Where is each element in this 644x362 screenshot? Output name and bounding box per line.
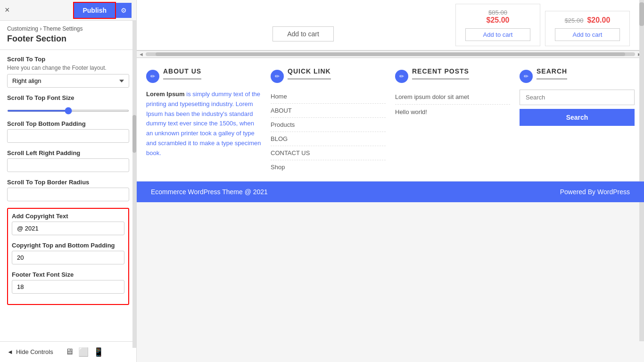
recent-posts-list: Lorem ipsum dolor sit amet Hello world! bbox=[395, 90, 510, 119]
add-copyright-label: Add Copyright Text bbox=[12, 213, 124, 220]
horizontal-scrollbar-area: ◄ ► bbox=[137, 50, 644, 58]
bottom-bar: ◄ Hide Controls 🖥 ⬜ 📱 bbox=[0, 341, 136, 362]
products-area: Add to cart $85.00 $25.00 Add to cart $2… bbox=[137, 0, 644, 50]
font-size-slider-container bbox=[7, 105, 129, 114]
settings-button[interactable]: ⚙ bbox=[116, 3, 132, 18]
footer-preview: ✏ ABOUT US Lorem Ipsum is simply dummy t… bbox=[137, 58, 644, 362]
hide-controls[interactable]: ◄ Hide Controls bbox=[7, 348, 53, 355]
scroll-left-button[interactable]: ◄ bbox=[137, 51, 146, 57]
recent-posts-header: ✏ RECENT POSTS bbox=[395, 67, 510, 85]
footer-search-button[interactable]: Search bbox=[520, 109, 635, 126]
footer-columns: ✏ ABOUT US Lorem Ipsum is simply dummy t… bbox=[137, 58, 644, 181]
footer-search-input[interactable] bbox=[520, 90, 635, 105]
desktop-icon[interactable]: 🖥 bbox=[65, 347, 74, 357]
panel-content: Scroll To Top Here you can change the Fo… bbox=[0, 50, 136, 341]
close-button[interactable]: × bbox=[5, 5, 10, 15]
quick-links-list: Home ABOUT Products BLOG CONTACT US Shop bbox=[271, 90, 386, 174]
quick-link-edit-btn[interactable]: ✏ bbox=[271, 70, 284, 83]
breadcrumb-separator: › bbox=[40, 25, 41, 32]
scroll-to-top-dropdown[interactable]: Right align Left align Center align bbox=[7, 74, 129, 88]
breadcrumb: Customizing › Theme Settings bbox=[0, 21, 136, 33]
footer-quick-link-col: ✏ QUICK LINK Home ABOUT Products BLOG CO… bbox=[271, 67, 386, 174]
top-bar: × Publish ⚙ bbox=[0, 0, 136, 21]
footer-text-font-size-group: Footer Text Font Size bbox=[12, 271, 124, 294]
recent-post-2[interactable]: Hello world! bbox=[395, 105, 510, 119]
copyright-padding-group: Copyright Top and Bottom Padding bbox=[12, 242, 124, 264]
product1-sale-price: $25.00 bbox=[465, 16, 530, 25]
scroll-border-radius-group: Scroll To Top Border Radius bbox=[7, 179, 129, 201]
publish-button[interactable]: Publish bbox=[73, 2, 116, 19]
about-us-edit-btn[interactable]: ✏ bbox=[146, 70, 159, 83]
quick-link-header: ✏ QUICK LINK bbox=[271, 67, 386, 85]
scroll-left-right-padding-group: Scroll Left Right Padding bbox=[7, 149, 129, 172]
copyright-section: Add Copyright Text Copyright Top and Bot… bbox=[7, 208, 129, 305]
about-us-text-bold: Lorem Ipsum bbox=[146, 90, 185, 98]
recent-post-1[interactable]: Lorem ipsum dolor sit amet bbox=[395, 90, 510, 105]
breadcrumb-parent[interactable]: Customizing bbox=[7, 25, 38, 32]
copyright-padding-input[interactable] bbox=[12, 251, 124, 264]
h-scrollbar-thumb bbox=[156, 52, 626, 56]
quick-link-shop[interactable]: Shop bbox=[271, 160, 386, 174]
vertical-scrollbar[interactable] bbox=[639, 0, 644, 341]
scroll-top-bottom-padding-group: Scroll Top Bottom Padding bbox=[7, 120, 129, 143]
tablet-icon[interactable]: ⬜ bbox=[78, 347, 89, 357]
product2-add-to-cart[interactable]: Add to cart bbox=[555, 28, 620, 41]
footer-recent-posts-col: ✏ RECENT POSTS Lorem ipsum dolor sit ame… bbox=[395, 67, 510, 174]
scroll-to-top-label: Scroll To Top bbox=[7, 56, 129, 63]
footer-about-us-col: ✏ ABOUT US Lorem Ipsum is simply dummy t… bbox=[146, 67, 261, 174]
scroll-left-right-padding-input[interactable] bbox=[7, 158, 129, 172]
scroll-top-bottom-padding-input[interactable] bbox=[7, 129, 129, 143]
scroll-top-bottom-padding-label: Scroll Top Bottom Padding bbox=[7, 120, 129, 127]
left-panel: × Publish ⚙ Customizing › Theme Settings… bbox=[0, 0, 137, 362]
quick-link-blog[interactable]: BLOG bbox=[271, 132, 386, 146]
quick-link-title: QUICK LINK bbox=[288, 67, 331, 79]
add-copyright-group: Add Copyright Text bbox=[12, 213, 124, 235]
footer-bar-right: Powered By WordPress bbox=[560, 188, 630, 196]
hide-controls-label: Hide Controls bbox=[16, 348, 53, 355]
breadcrumb-child: Theme Settings bbox=[43, 25, 83, 32]
add-to-cart-center-button[interactable]: Add to cart bbox=[272, 26, 334, 41]
panel-scrollbar[interactable] bbox=[132, 21, 136, 348]
product2-orig-price: $25.00 bbox=[565, 17, 584, 24]
font-size-slider[interactable] bbox=[7, 110, 129, 112]
quick-link-about[interactable]: ABOUT bbox=[271, 104, 386, 118]
footer-text-font-size-label: Footer Text Font Size bbox=[12, 271, 124, 278]
product2-sale-price: $20.00 bbox=[587, 16, 610, 25]
about-us-header: ✏ ABOUT US bbox=[146, 67, 261, 85]
quick-link-contact[interactable]: CONTACT US bbox=[271, 146, 386, 160]
scrollbar-thumb bbox=[132, 115, 136, 153]
about-us-text: Lorem Ipsum is simply dummy text of the … bbox=[146, 90, 261, 158]
quick-link-home[interactable]: Home bbox=[271, 90, 386, 104]
footer-bar-left: Ecommerce WordPress Theme @ 2021 bbox=[151, 188, 268, 196]
scroll-to-top-font-size-label: Scroll To Top Font Size bbox=[7, 94, 129, 101]
mobile-icon[interactable]: 📱 bbox=[93, 347, 104, 357]
device-icons: 🖥 ⬜ 📱 bbox=[65, 347, 104, 357]
scroll-left-right-padding-label: Scroll Left Right Padding bbox=[7, 149, 129, 156]
product1-orig-price: $85.00 bbox=[465, 9, 530, 16]
copyright-padding-label: Copyright Top and Bottom Padding bbox=[12, 242, 124, 249]
scroll-to-top-group: Scroll To Top Here you can change the Fo… bbox=[7, 56, 129, 88]
about-us-text-body: is simply dummy text of the printing and… bbox=[146, 90, 261, 156]
product1-add-to-cart[interactable]: Add to cart bbox=[465, 28, 530, 41]
quick-link-products[interactable]: Products bbox=[271, 118, 386, 132]
add-copyright-input[interactable] bbox=[12, 222, 124, 235]
section-title: Footer Section bbox=[0, 33, 136, 50]
footer-bar: Ecommerce WordPress Theme @ 2021 Powered… bbox=[137, 181, 644, 202]
search-header: ✏ SEARCH bbox=[520, 67, 635, 85]
preview-panel: Add to cart $85.00 $25.00 Add to cart $2… bbox=[137, 0, 644, 362]
publish-area: Publish ⚙ bbox=[73, 2, 132, 19]
hide-controls-arrow: ◄ bbox=[7, 348, 13, 355]
v-scrollbar-thumb bbox=[639, 2, 644, 26]
scroll-border-radius-input[interactable] bbox=[7, 188, 129, 201]
product-card-2: $25.00 $20.00 Add to cart bbox=[545, 11, 630, 46]
recent-posts-edit-btn[interactable]: ✏ bbox=[395, 70, 408, 83]
recent-posts-title: RECENT POSTS bbox=[412, 67, 469, 79]
scroll-border-radius-label: Scroll To Top Border Radius bbox=[7, 179, 129, 186]
footer-text-font-size-input[interactable] bbox=[12, 280, 124, 294]
search-title: SEARCH bbox=[537, 67, 567, 79]
about-us-title: ABOUT US bbox=[163, 67, 201, 79]
product-card-1: $85.00 $25.00 Add to cart bbox=[455, 4, 540, 46]
footer-search-col: ✏ SEARCH Search bbox=[520, 67, 635, 174]
search-edit-btn[interactable]: ✏ bbox=[520, 70, 533, 83]
h-scrollbar-track[interactable] bbox=[146, 52, 635, 56]
